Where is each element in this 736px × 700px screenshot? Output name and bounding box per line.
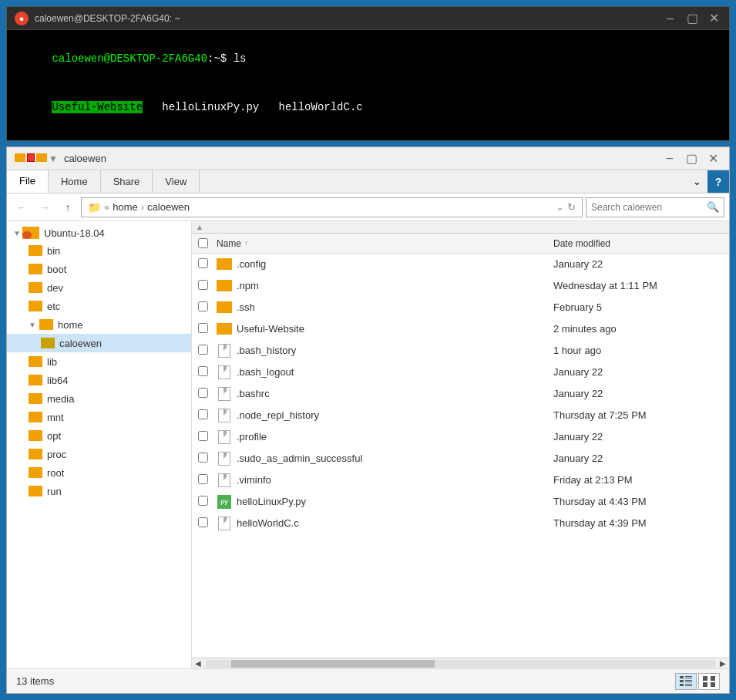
tab-file[interactable]: File [7, 170, 49, 193]
terminal-body[interactable]: caloewen@DESKTOP-2FA6G40:~$ ls Useful-We… [7, 30, 729, 140]
sidebar-label-boot: boot [47, 264, 66, 275]
tab-view[interactable]: View [153, 170, 200, 193]
titlebar-icons: ▼ [15, 153, 59, 164]
file-shape-profile [218, 430, 230, 444]
forward-button[interactable]: → [35, 197, 55, 217]
address-part-caloewen[interactable]: caloewen [147, 201, 190, 213]
address-folder-icon: 📁 [88, 201, 101, 214]
column-name[interactable]: Name ↑ [217, 238, 553, 249]
scroll-up-button[interactable]: ▲ [192, 221, 207, 234]
address-part-home[interactable]: home [113, 201, 138, 213]
file-row-hello-c[interactable]: helloWorldC.c Thursday at 4:39 PM [192, 513, 729, 534]
column-headers: Name ↑ Date modified [192, 234, 729, 254]
sidebar-item-lib64[interactable]: lib64 [7, 371, 191, 389]
sidebar-item-ubuntu[interactable]: ▼ Ubuntu-18.04 [7, 224, 191, 241]
sidebar-item-proc[interactable]: proc [7, 445, 191, 463]
terminal-close-button[interactable]: ✕ [706, 12, 721, 25]
svg-rect-7 [685, 684, 692, 685]
row-checkbox-bash-history[interactable] [198, 345, 213, 357]
row-checkbox-viminfo[interactable] [198, 474, 213, 486]
window-close-button[interactable]: ✕ [704, 151, 721, 166]
file-row-npm[interactable]: .npm Wednesday at 1:11 PM [192, 275, 729, 297]
sidebar-item-boot[interactable]: boot [7, 260, 191, 278]
scroll-track[interactable] [206, 660, 715, 668]
row-checkbox-bashrc[interactable] [198, 388, 213, 400]
address-bar: ← → ↑ 📁 « home › caloewen ⌄ ↻ 🔍 [7, 194, 729, 221]
filedate-config: January 22 [553, 258, 723, 270]
status-count: 13 items [16, 675, 675, 687]
file-row-bash-history[interactable]: .bash_history 1 hour ago [192, 340, 729, 362]
row-checkbox-sudo[interactable] [198, 453, 213, 465]
select-all-input[interactable] [198, 238, 208, 248]
ribbon-expand-button[interactable]: ⌄ [687, 170, 707, 193]
sidebar-item-root[interactable]: root [7, 463, 191, 482]
window-minimize-button[interactable]: – [661, 151, 678, 166]
tiles-view-button[interactable] [698, 673, 720, 690]
terminal-minimize-button[interactable]: – [663, 12, 678, 25]
file-row-useful-website[interactable]: Useful-Website 2 minutes ago [192, 318, 729, 340]
file-row-hello-py[interactable]: py helloLinuxPy.py Thursday at 4:43 PM [192, 491, 729, 513]
details-view-button[interactable] [675, 673, 697, 690]
row-checkbox-useful-website[interactable] [198, 323, 213, 335]
column-date[interactable]: Date modified [553, 238, 723, 249]
file-row-bash-logout[interactable]: .bash_logout January 22 [192, 362, 729, 383]
row-checkbox-hello-c[interactable] [198, 517, 213, 530]
folder-icon-file-ssh [217, 301, 232, 315]
sidebar-label-opt: opt [47, 430, 61, 442]
sidebar-item-run[interactable]: run [7, 482, 191, 500]
folder-icon-file-npm [217, 279, 232, 293]
filedate-bash-history: 1 hour ago [553, 345, 723, 356]
folder-shape-ssh [217, 301, 232, 313]
file-row-profile[interactable]: .profile January 22 [192, 426, 729, 448]
horizontal-scrollbar[interactable]: ◀ ▶ [192, 658, 729, 668]
back-button[interactable]: ← [12, 197, 32, 217]
filedate-hello-c: Thursday at 4:39 PM [553, 517, 723, 529]
file-shape-viminfo [218, 473, 230, 487]
sidebar-label-bin: bin [47, 245, 60, 257]
row-checkbox-npm[interactable] [198, 280, 213, 292]
tab-home[interactable]: Home [49, 170, 101, 193]
file-row-config[interactable]: .config January 22 [192, 254, 729, 275]
sidebar-item-media[interactable]: media [7, 389, 191, 408]
sidebar-item-bin[interactable]: bin [7, 241, 191, 260]
scroll-thumb[interactable] [231, 660, 435, 668]
file-row-ssh[interactable]: .ssh February 5 [192, 297, 729, 318]
file-row-sudo[interactable]: .sudo_as_admin_successful January 22 [192, 448, 729, 469]
sidebar-item-etc[interactable]: etc [7, 297, 191, 315]
row-checkbox-profile[interactable] [198, 431, 213, 443]
search-box[interactable]: 🔍 [586, 197, 724, 217]
tab-share[interactable]: Share [101, 170, 153, 193]
address-box[interactable]: 📁 « home › caloewen ⌄ ↻ [81, 197, 583, 217]
sidebar-item-lib[interactable]: lib [7, 352, 191, 371]
row-checkbox-ssh[interactable] [198, 301, 213, 314]
svg-rect-8 [685, 685, 692, 686]
svg-rect-11 [703, 682, 707, 687]
scroll-right-button[interactable]: ▶ [717, 658, 729, 669]
sidebar-item-caloewen[interactable]: caloewen [7, 334, 191, 352]
sidebar-item-home[interactable]: ▼ home [7, 315, 191, 334]
sidebar-scrollbar[interactable]: ▲ [192, 221, 729, 234]
file-icon-bash-logout [217, 365, 232, 379]
file-icon-sudo [217, 452, 232, 466]
sidebar-item-mnt[interactable]: mnt [7, 408, 191, 426]
row-checkbox-hello-py[interactable] [198, 496, 213, 508]
row-checkbox-node-repl[interactable] [198, 409, 213, 422]
file-row-viminfo[interactable]: .viminfo Friday at 2:13 PM [192, 469, 729, 491]
select-all-checkbox[interactable] [198, 238, 213, 248]
address-dropdown-button[interactable]: ⌄ [556, 201, 564, 213]
up-button[interactable]: ↑ [58, 197, 78, 217]
filename-config: .config [237, 258, 553, 270]
help-button[interactable]: ? [707, 170, 729, 193]
file-row-node-repl[interactable]: .node_repl_history Thursday at 7:25 PM [192, 405, 729, 426]
search-icon[interactable]: 🔍 [707, 201, 719, 213]
row-checkbox-bash-logout[interactable] [198, 366, 213, 379]
file-row-bashrc[interactable]: .bashrc January 22 [192, 383, 729, 405]
terminal-maximize-button[interactable]: ▢ [684, 12, 700, 25]
window-maximize-button[interactable]: ▢ [683, 151, 700, 166]
scroll-left-button[interactable]: ◀ [192, 658, 204, 669]
sidebar-item-dev[interactable]: dev [7, 278, 191, 297]
sidebar-item-opt[interactable]: opt [7, 426, 191, 445]
row-checkbox-config[interactable] [198, 258, 213, 271]
search-input[interactable] [591, 202, 707, 213]
address-refresh-button[interactable]: ↻ [567, 201, 576, 213]
